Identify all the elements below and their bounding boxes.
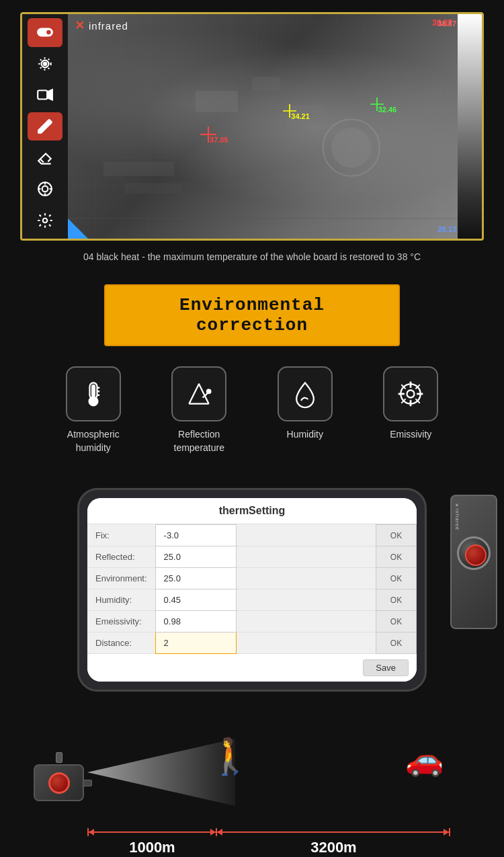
fix-value[interactable]: -3.0 <box>155 525 236 546</box>
env-icon-emissivity: Emissivity <box>367 366 454 442</box>
svg-point-15 <box>331 128 371 167</box>
distance-value[interactable]: 2 <box>155 632 236 654</box>
svg-rect-30 <box>92 385 95 397</box>
environment-ok[interactable]: OK <box>376 568 417 589</box>
person-icon: 🚶 <box>208 739 252 774</box>
fix-ok[interactable]: OK <box>376 525 417 546</box>
humidity-value[interactable]: 0.45 <box>155 589 236 611</box>
sidebar-pen-btn[interactable] <box>28 112 62 141</box>
camera-lens-small <box>48 772 70 794</box>
svg-rect-16 <box>196 91 238 112</box>
env-icon-reflection: Reflectiontemperature <box>155 366 243 454</box>
arrow-right <box>210 829 216 835</box>
emissivity-icon <box>396 379 425 409</box>
svg-point-36 <box>207 390 211 394</box>
environment-label: Environment: <box>87 568 155 589</box>
save-row: Save <box>87 654 417 682</box>
settings-table: Fix: -3.0 OK Reflected: 25.0 OK En <box>87 524 417 654</box>
bottom-left-mark <box>68 218 88 239</box>
svg-rect-20 <box>103 162 174 176</box>
sidebar-camera-btn[interactable] <box>28 50 62 79</box>
table-row: Humidity: 0.45 OK <box>87 589 417 611</box>
humidity-label: Humidity <box>287 428 323 442</box>
camera-connector <box>56 752 62 763</box>
thermal-frame: ✕ infrared 38.87 37.05 34.21 32.46 38.87… <box>20 12 484 241</box>
phone-body: thermSetting Fix: -3.0 OK Reflected: 25.… <box>77 488 427 692</box>
reflected-ok[interactable]: OK <box>376 546 417 568</box>
svg-point-38 <box>407 391 415 398</box>
brand-name: infrared <box>89 20 128 32</box>
settings-section: thermSetting Fix: -3.0 OK Reflected: 25.… <box>0 481 504 705</box>
svg-marker-28 <box>68 218 88 239</box>
arrow-left2 <box>217 829 222 835</box>
humidity-ok[interactable]: OK <box>376 589 417 611</box>
camera-lens <box>457 536 491 570</box>
segment1-label: 1000m <box>129 839 175 856</box>
colorbar-min: 28.13 <box>437 225 456 233</box>
arrow-seg2 <box>217 831 449 833</box>
humidity-label: Humidity: <box>87 589 155 611</box>
env-icon-atmospheric: Atmospherichumidity <box>50 366 137 454</box>
svg-rect-5 <box>38 91 47 99</box>
sidebar-settings-btn[interactable] <box>28 206 62 235</box>
reflected-value[interactable]: 25.0 <box>155 546 236 568</box>
crosshair-yellow: 34.21 <box>283 104 296 119</box>
svg-rect-21 <box>124 183 181 194</box>
arrow-seg1 <box>89 831 216 833</box>
humidity-icon-box <box>278 366 333 421</box>
sidebar-toggle-btn[interactable] <box>28 18 62 47</box>
emissivity-row-label: Emeissivity: <box>87 611 155 632</box>
thermal-main: ✕ infrared 38.87 37.05 34.21 32.46 38.87… <box>68 14 482 239</box>
emissivity-row-ok[interactable]: OK <box>376 611 417 632</box>
segment1: 1000m <box>87 828 217 856</box>
environment-value[interactable]: 25.0 <box>155 568 236 589</box>
emissivity-icon-box <box>383 366 438 421</box>
humidity-icon <box>290 379 320 409</box>
camera-logo: ✕infrared <box>454 503 460 530</box>
distance-label: Distance: <box>87 632 155 654</box>
env-section: Environmental correction Atmospherichumi… <box>0 278 504 481</box>
svg-point-3 <box>44 63 46 65</box>
arrow-right2 <box>444 829 449 835</box>
camera-lens-inner <box>465 544 487 566</box>
distance-arrows-container: 1000m 3200m <box>87 828 450 856</box>
thermal-caption: 04 black heat - the maximum temperature … <box>20 241 484 278</box>
svg-rect-17 <box>252 77 280 91</box>
atmospheric-humidity-label: Atmospherichumidity <box>67 428 120 454</box>
segment2-label: 3200m <box>310 839 357 856</box>
car-icon: 🚗 <box>405 744 444 775</box>
sidebar-eraser-btn[interactable] <box>28 143 62 172</box>
tick-right <box>449 828 450 836</box>
sidebar-video-btn[interactable] <box>28 81 62 110</box>
env-icons-row: Atmospherichumidity Reflectiontemperatur… <box>27 366 477 454</box>
brand-x: ✕ <box>75 18 85 33</box>
thermal-sidebar <box>22 14 68 239</box>
svg-marker-6 <box>47 90 52 100</box>
table-row: Reflected: 25.0 OK <box>87 546 417 568</box>
distance-diagram: 🚶 🚗 1000m <box>20 719 484 857</box>
svg-point-31 <box>89 397 97 406</box>
reflection-icon-box <box>171 366 226 421</box>
save-button[interactable]: Save <box>363 659 409 676</box>
svg-point-8 <box>42 186 48 192</box>
segment2: 3200m <box>217 828 450 856</box>
crosshair-red: 37.05 <box>200 126 216 144</box>
distance-ok[interactable]: OK <box>376 632 417 654</box>
table-row: Environment: 25.0 OK <box>87 568 417 589</box>
sidebar-target-btn[interactable] <box>28 175 62 204</box>
emissivity-row-value[interactable]: 0.98 <box>155 611 236 632</box>
table-row-highlighted: Distance: 2 OK <box>87 632 417 654</box>
thermal-header: ✕ infrared <box>75 18 128 33</box>
fix-label: Fix: <box>87 525 155 546</box>
colorbar-max: 38.87 <box>437 19 456 28</box>
thermal-section: ✕ infrared 38.87 37.05 34.21 32.46 38.87… <box>0 0 504 278</box>
settings-title-bar: thermSetting <box>87 498 417 524</box>
reflection-temp-label: Reflectiontemperature <box>174 428 224 454</box>
camera-device-small <box>34 752 84 801</box>
phone-wrap: thermSetting Fix: -3.0 OK Reflected: 25.… <box>77 488 427 692</box>
table-row: Emeissivity: 0.98 OK <box>87 611 417 632</box>
env-correction-title: Environmental correction <box>179 295 325 335</box>
pcb-overlay <box>68 14 458 239</box>
camera-body-small <box>34 764 84 801</box>
env-icon-humidity: Humidity <box>261 366 349 442</box>
